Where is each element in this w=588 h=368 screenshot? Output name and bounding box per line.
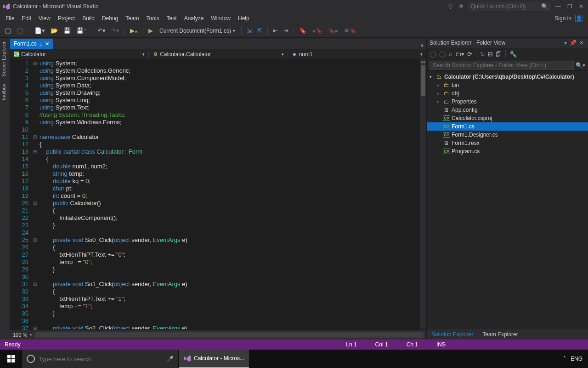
collapse-all-icon[interactable]: ⊟ — [488, 51, 493, 58]
home-icon[interactable]: ⌂ — [449, 51, 452, 58]
horizontal-scrollbar[interactable] — [35, 332, 424, 338]
clear-bookmarks-icon[interactable]: ✖🔖 — [342, 26, 358, 35]
editor-footer: 100 % ▾ — [10, 329, 426, 339]
undo-button[interactable]: ↶▾ — [96, 26, 107, 35]
save-button[interactable]: 💾 — [62, 26, 73, 35]
zoom-dropdown-icon[interactable]: ▾ — [30, 333, 32, 337]
back-icon[interactable]: ◯ — [430, 51, 436, 58]
nav-member-dropdown[interactable]: ◆num1▾ — [288, 51, 426, 58]
tray-lang[interactable]: ENG — [571, 356, 582, 362]
close-tab-icon[interactable]: ✕ — [45, 41, 49, 47]
tree-item-obj[interactable]: ▹🗀obj — [427, 89, 588, 98]
menu-tools[interactable]: Tools — [143, 14, 163, 23]
code-area[interactable]: using System;using System.Collections.Ge… — [38, 59, 420, 329]
nav-forward-button[interactable]: ◯ — [15, 26, 26, 35]
show-all-files-icon[interactable]: 🗐 — [496, 51, 502, 58]
split-icon[interactable]: ⇔ — [420, 59, 426, 65]
quick-launch-input[interactable] — [471, 3, 539, 10]
refresh-icon[interactable]: ↻ — [480, 51, 485, 58]
save-all-button[interactable]: 💾⁺ — [74, 26, 89, 35]
menu-project[interactable]: Project — [54, 14, 79, 23]
system-tray[interactable]: ˄ ENG — [558, 356, 588, 362]
panel-pin-icon[interactable]: 📌 — [568, 40, 578, 46]
window-title: Calculator - Microsoft Visual Studio — [13, 3, 99, 10]
feedback-icon[interactable]: ✲ — [457, 3, 465, 10]
menu-test[interactable]: Test — [163, 14, 181, 23]
nav-back-button[interactable]: ◯ — [3, 26, 13, 35]
next-bookmark-icon[interactable]: 🔖▸ — [326, 26, 340, 35]
solution-folder-switch-icon[interactable]: 🗀▾ — [455, 51, 464, 58]
tree-item-app-config[interactable]: 🗎App.config — [427, 106, 588, 114]
attach-button[interactable]: ▶⁎ — [128, 26, 140, 35]
zoom-level[interactable]: 100 % — [13, 332, 27, 338]
bookmark-icon[interactable]: 🔖 — [297, 26, 308, 35]
prev-bookmark-icon[interactable]: ◂🔖 — [310, 26, 324, 35]
server-explorer-tab[interactable]: Server Explorer — [0, 38, 7, 80]
menu-window[interactable]: Window — [207, 14, 234, 23]
panel-close-icon[interactable]: ✕ — [578, 40, 585, 46]
tree-item-form1-resx[interactable]: 🗎Form1.resx — [427, 139, 588, 147]
quick-launch[interactable]: 🔍 — [468, 2, 551, 11]
tree-item-properties[interactable]: ▹🗀Properties — [427, 98, 588, 106]
menu-edit[interactable]: Edit — [18, 14, 35, 23]
menu-file[interactable]: File — [2, 14, 18, 23]
vertical-scrollbar[interactable] — [420, 59, 426, 329]
close-button[interactable]: ✕ — [577, 3, 585, 10]
menu-view[interactable]: View — [35, 14, 54, 23]
taskbar-app-vs[interactable]: Calculator - Micros... — [179, 350, 249, 368]
user-icon[interactable]: 👤 — [575, 15, 582, 22]
outdent-icon[interactable]: ⇤ — [271, 26, 280, 35]
menu-help[interactable]: Help — [234, 14, 253, 23]
tray-chevron-icon[interactable]: ˄ — [563, 356, 566, 362]
fold-column[interactable]: ⊟⊟⊟⊟⊟⊟⊟ — [32, 59, 38, 329]
properties-icon[interactable]: 🔧 — [509, 51, 517, 58]
svg-rect-2 — [7, 359, 11, 362]
minimize-button[interactable]: — — [554, 3, 563, 10]
solution-toolbar: ◯ ◯ ⌂ 🗀▾ ⟳ ↻ ⊟ 🗐 🔧 — [427, 48, 588, 60]
new-project-button[interactable]: 📄▾ — [33, 26, 47, 35]
search-icon[interactable]: 🔍 — [541, 3, 548, 10]
solution-search[interactable]: 🔍▾ — [427, 60, 588, 71]
menu-build[interactable]: Build — [79, 14, 98, 23]
tree-root[interactable]: ▾🗀Calculator (C:\Users\qbap\Desktop\C#\C… — [427, 73, 588, 81]
tree-item-program-cs[interactable]: C#Program.cs — [427, 147, 588, 155]
indent-icon[interactable]: ⇥ — [282, 26, 290, 35]
pin-icon[interactable]: ⟂ — [40, 41, 42, 46]
forward-icon[interactable]: ◯ — [439, 51, 446, 58]
search-icon[interactable]: 🔍▾ — [576, 62, 585, 69]
document-tab-form1[interactable]: Form1.cs ⟂ ✕ — [10, 39, 53, 49]
tree-item-bin[interactable]: ▹🗀bin — [427, 81, 588, 89]
solution-search-input[interactable] — [430, 61, 574, 70]
toolbox-tab[interactable]: Toolbox — [0, 80, 7, 105]
nav-class-dropdown[interactable]: ⚙Calculator.Calculator▾ — [149, 51, 288, 58]
panel-dropdown-icon[interactable]: ▾ — [563, 40, 568, 46]
vs-logo-icon — [3, 3, 10, 10]
tree-item-form1-designer-cs[interactable]: C#Form1.Designer.cs — [427, 131, 588, 139]
menu-debug[interactable]: Debug — [98, 14, 122, 23]
nav-project-dropdown[interactable]: C#Calculator▾ — [10, 51, 149, 58]
solution-tree[interactable]: ▾🗀Calculator (C:\Users\qbap\Desktop\C#\C… — [427, 71, 588, 329]
start-button[interactable] — [0, 355, 22, 362]
notifications-icon[interactable]: ▽ — [447, 3, 454, 10]
menu-team[interactable]: Team — [122, 14, 142, 23]
taskbar-search-input[interactable] — [39, 356, 163, 362]
run-target-dropdown[interactable]: Current Document(Form1.cs)▾ — [157, 28, 238, 34]
tree-item-form1-cs[interactable]: C#Form1.cs — [427, 122, 588, 131]
open-file-button[interactable]: 📂 — [49, 26, 60, 35]
step-into-icon[interactable]: ⇲ — [245, 26, 254, 35]
start-button[interactable]: ▶ — [147, 26, 155, 35]
solution-explorer-tab[interactable]: Solution Explorer — [427, 330, 478, 339]
tree-item-calculator-csproj[interactable]: C#Calculator.csproj — [427, 114, 588, 122]
cortana-icon[interactable] — [27, 355, 35, 363]
maximize-button[interactable]: ❐ — [565, 3, 574, 10]
code-editor[interactable]: 1234567891011121314151617181920212223242… — [10, 59, 426, 329]
team-explorer-tab[interactable]: Team Explorer — [478, 330, 522, 339]
sign-in-link[interactable]: Sign in — [554, 15, 571, 22]
sync-icon[interactable]: ⟳ — [467, 51, 472, 58]
redo-button[interactable]: ↷▾ — [109, 26, 121, 35]
tab-overflow-icon[interactable]: ▾ — [421, 42, 424, 49]
step-over-icon[interactable]: ⇱ — [255, 26, 264, 35]
menu-analyze[interactable]: Analyze — [181, 14, 208, 23]
taskbar-search[interactable]: 🎤 — [22, 350, 178, 368]
mic-icon[interactable]: 🎤 — [167, 356, 174, 362]
